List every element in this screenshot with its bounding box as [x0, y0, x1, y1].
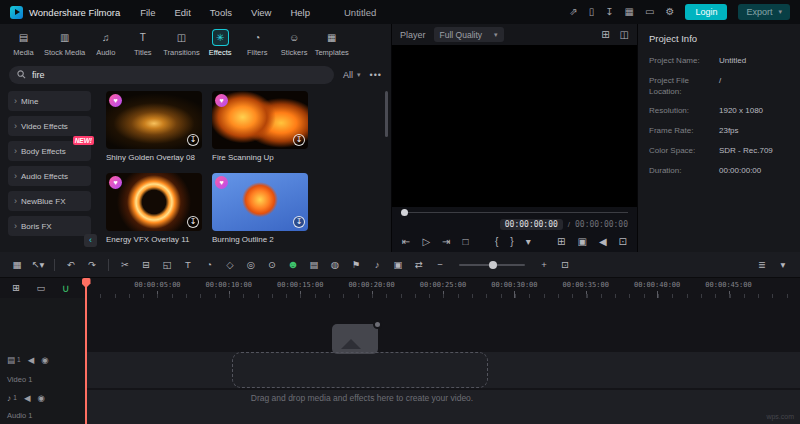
next-frame-icon[interactable]: ⇥ [442, 237, 450, 247]
fit-to-timeline-icon[interactable]: ⊡ [556, 256, 574, 274]
split-icon[interactable]: ✂ [116, 256, 134, 274]
sidebar-item-body-effects[interactable]: › Body Effects NEW! [8, 141, 91, 161]
sidebar-item-boris-fx[interactable]: › Boris FX [8, 216, 91, 236]
collapse-sidebar-button[interactable]: ‹ [84, 234, 97, 247]
tab-transitions[interactable]: ◫ Transitions [161, 29, 201, 57]
fullscreen-icon[interactable]: ⊡ [619, 237, 627, 247]
effect-thumbnail[interactable]: ♥ ↧ [212, 91, 308, 149]
voiceover-icon[interactable]: ♪ [368, 256, 386, 274]
toolbar-divider[interactable] [108, 259, 109, 271]
workspace-layout-icon[interactable]: ▦ [625, 7, 634, 17]
toolbar-divider[interactable] [54, 259, 55, 271]
effect-thumbnail[interactable]: ♥ ↧ [106, 91, 202, 149]
device-icon[interactable]: ▯ [589, 7, 595, 17]
tab-audio[interactable]: ♫ Audio [87, 29, 124, 57]
tab-stickers[interactable]: ☺ Stickers [276, 29, 313, 57]
tab-media[interactable]: ▤ Media [5, 29, 42, 57]
settings-icon[interactable]: ⚙ [665, 7, 674, 17]
timeline-ruler[interactable]: 00:00:05:00 00:00:10:00 00:00:15:00 00:0… [86, 278, 800, 298]
tab-stock-media[interactable]: ▥ Stock Media [42, 29, 87, 57]
mute-track-icon[interactable]: ◀ [24, 394, 31, 403]
film-roll-icon[interactable]: ▭ [33, 279, 49, 297]
chroma-key-icon[interactable]: ◎ [242, 256, 260, 274]
video-track-number[interactable]: 1 [17, 357, 21, 364]
toggle-visibility-icon[interactable]: ◉ [37, 394, 44, 403]
tab-effects[interactable]: ✳ Effects [202, 29, 239, 57]
crop-icon[interactable]: ◱ [158, 256, 176, 274]
play-icon[interactable]: ▷ [422, 237, 430, 247]
mark-out-icon[interactable]: } [510, 237, 513, 247]
download-icon[interactable]: ↧ [187, 216, 199, 228]
previous-frame-icon[interactable]: ⇤ [402, 237, 410, 247]
sidebar-item-video-effects[interactable]: › Video Effects [8, 116, 91, 136]
keyframe-icon[interactable]: ◇ [221, 256, 239, 274]
seek-handle[interactable] [401, 209, 408, 216]
zoom-out-icon[interactable]: − [431, 256, 449, 274]
favorite-badge-icon[interactable]: ♥ [215, 94, 228, 107]
marker-icon[interactable]: ⚑ [347, 256, 365, 274]
mask-icon[interactable]: ◍ [326, 256, 344, 274]
audio-track-number[interactable]: 1 [13, 395, 17, 402]
audio-track-icon[interactable]: ♪ [7, 394, 11, 403]
redo-icon[interactable]: ↷ [83, 256, 101, 274]
render-preview-icon[interactable]: ▾ [526, 237, 531, 247]
collapse-timeline-icon[interactable]: ▾ [774, 256, 792, 274]
playback-quality-dropdown[interactable]: Full Quality ▾ [434, 27, 504, 42]
stop-icon[interactable]: □ [462, 237, 468, 247]
tab-templates[interactable]: ▦ Templates [313, 29, 351, 57]
tab-filters[interactable]: ◔ Filters [239, 29, 276, 57]
search-input[interactable] [32, 70, 326, 80]
menu-tools[interactable]: Tools [210, 7, 232, 18]
zoom-in-icon[interactable]: + [535, 256, 553, 274]
menu-help[interactable]: Help [290, 7, 310, 18]
favorite-badge-icon[interactable]: ♥ [109, 176, 122, 189]
sidebar-item-mine[interactable]: › Mine [8, 91, 91, 111]
search-box[interactable] [9, 66, 334, 84]
effect-card[interactable]: ♥ ↧ Energy VFX Overlay 11 [106, 173, 202, 249]
sidebar-item-newblue-fx[interactable]: › NewBlue FX [8, 191, 91, 211]
snap-magnet-icon[interactable]: ∪ [58, 279, 74, 297]
delete-icon[interactable]: ⊟ [137, 256, 155, 274]
effect-card[interactable]: ♥ ↧ Shiny Golden Overlay 08 [106, 91, 202, 167]
menu-edit[interactable]: Edit [174, 7, 190, 18]
grid-overlay-icon[interactable]: ⊞ [601, 30, 609, 40]
effect-card[interactable]: ♥ ↧ Fire Scanning Up [212, 91, 308, 167]
login-button[interactable]: Login [685, 4, 727, 20]
speed-icon[interactable]: ◔ [200, 256, 218, 274]
manage-tracks-icon[interactable]: ⊞ [8, 279, 24, 297]
adjust-icon[interactable]: ▤ [305, 256, 323, 274]
preview-viewport[interactable] [392, 45, 637, 207]
volume-icon[interactable]: ◀ [599, 237, 607, 247]
motion-track-icon[interactable]: ⊙ [263, 256, 281, 274]
screen-record-icon[interactable]: ▭ [645, 7, 654, 17]
ripple-edit-icon[interactable]: ⇄ [410, 256, 428, 274]
playhead[interactable] [85, 278, 87, 424]
menu-file[interactable]: File [140, 7, 155, 18]
filter-dropdown[interactable]: All ▾ [343, 70, 361, 80]
mute-track-icon[interactable]: ◀ [28, 356, 35, 365]
zoom-slider[interactable] [459, 264, 525, 266]
record-icon[interactable]: ▣ [389, 256, 407, 274]
tab-titles[interactable]: T Titles [124, 29, 161, 57]
video-track-icon[interactable]: ▤ [7, 356, 15, 365]
camera-icon[interactable]: ▣ [577, 237, 586, 247]
effect-card[interactable]: ♥ ↧ Burning Outline 2 [212, 173, 308, 249]
download-icon[interactable]: ↧ [293, 216, 305, 228]
share-icon[interactable]: ⇗ [569, 7, 577, 17]
download-manager-icon[interactable]: ↧ [605, 7, 613, 17]
zoom-slider-handle[interactable] [489, 261, 497, 269]
download-icon[interactable]: ↧ [293, 134, 305, 146]
aspect-ratio-icon[interactable]: ◫ [620, 30, 629, 40]
more-options-button[interactable]: ••• [370, 70, 382, 80]
download-icon[interactable]: ↧ [187, 134, 199, 146]
toolbox-icon[interactable]: ▦ [8, 256, 26, 274]
undo-icon[interactable]: ↶ [62, 256, 80, 274]
effect-thumbnail[interactable]: ♥ ↧ [212, 173, 308, 231]
ai-portrait-icon[interactable]: ☻ [284, 256, 302, 274]
text-tool-icon[interactable]: T [179, 256, 197, 274]
seek-bar[interactable] [401, 207, 628, 217]
snapshot-icon[interactable]: ⊞ [557, 237, 565, 247]
favorite-badge-icon[interactable]: ♥ [109, 94, 122, 107]
select-tool-icon[interactable]: ↖▾ [29, 256, 47, 274]
favorite-badge-icon[interactable]: ♥ [215, 176, 228, 189]
